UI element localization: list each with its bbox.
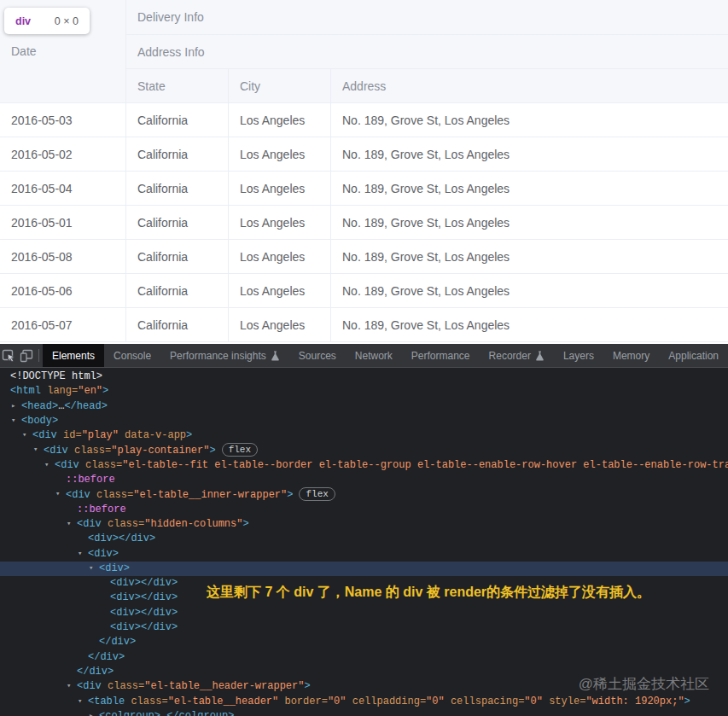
expand-arrow-icon[interactable]: ▸ [89,709,93,716]
expand-arrow-icon[interactable]: ▸ [11,399,15,414]
inspect-element-icon[interactable] [0,344,18,367]
dom-tree-line[interactable]: ▾<div class="el-table__inner-wrapper">fl… [0,487,728,502]
table-row-1-address: No. 189, Grove St, Los Angeles [331,137,728,172]
code-token: <div></div> [110,577,178,589]
table-row-4-city: Los Angeles [229,240,331,274]
dom-tree-line[interactable]: ▾<div class="hidden-columns"> [0,517,728,532]
watermark: @稀土掘金技术社区 [579,674,709,694]
table-row-6-state: California [126,308,229,342]
collapse-arrow-icon[interactable]: ▾ [78,547,82,562]
code-token: <div> [99,562,130,574]
dom-tree-line[interactable]: ▸<colgroup>…</colgroup> [0,709,728,716]
data-table: Date Delivery Info Address Info State Ci… [0,0,728,344]
code-token: "el-table__header" [168,696,279,707]
dom-tree-line[interactable]: </div> [0,635,728,649]
code-token: "el-table--fit el-table--border el-table… [122,459,728,471]
dom-tree-line[interactable]: ▾<div class="play-container">flex [0,443,728,457]
devtools-tab-performance[interactable]: Performance [402,344,480,367]
code-token: > [684,696,690,707]
code-token: </div> [88,651,125,663]
collapse-arrow-icon[interactable]: ▾ [22,428,26,443]
table-row-2-address: No. 189, Grove St, Los Angeles [331,172,728,206]
code-token: class= [102,518,144,530]
inspect-tooltip-dimensions: 0 × 0 [55,15,79,27]
dom-tree-line[interactable]: </div> [0,650,728,665]
code-token: > [186,429,192,441]
column-header-address-info: Address Info [126,35,728,69]
code-token: > [242,518,248,530]
code-token: "en" [78,385,102,397]
collapse-arrow-icon[interactable]: ▾ [55,487,60,502]
devtools-tab-elements[interactable]: Elements [43,344,104,367]
table-row-2-city: Los Angeles [229,172,331,206]
column-header-address-label: Address [342,79,386,93]
inspect-tooltip-tag: div [15,15,31,27]
table-row-4-state: California [126,240,229,274]
dom-tree-line[interactable]: <div></div> [0,620,728,635]
code-token: class= [68,445,111,457]
devtools-tab-sources[interactable]: Sources [289,344,346,367]
devtools-panel: ElementsConsolePerformance insightsSourc… [0,344,728,716]
code-token: <div [77,680,102,692]
devtools-toolbar: ElementsConsolePerformance insightsSourc… [0,344,728,368]
table-row-0-state: California [126,103,229,137]
code-token: style= [543,696,585,707]
code-token: "el-table__header-wrapper" [144,680,304,692]
devtools-tab-label: Console [114,350,151,362]
flex-badge[interactable]: flex [299,487,335,501]
dom-tree-line[interactable]: <html lang="en"> [0,384,728,399]
dom-tree-line[interactable]: ▾<table class="el-table__header" border=… [0,695,728,709]
devtools-tab-console[interactable]: Console [104,344,160,367]
code-token: class= [102,680,144,692]
collapse-arrow-icon[interactable]: ▾ [67,679,71,694]
devtools-tab-label: Sources [299,350,336,362]
dom-tree-line[interactable]: ▾<body> [0,414,728,428]
devtools-tab-label: Layers [563,350,594,362]
collapse-arrow-icon[interactable]: ▾ [33,443,38,457]
dom-tree-line[interactable]: <!DOCTYPE html> [0,370,728,384]
devtools-tab-performance-insights[interactable]: Performance insights [160,344,289,367]
table-row-2-state: California [126,172,229,206]
table-row-5-state: California [126,274,229,308]
code-token: </colgroup> [166,710,234,716]
collapse-arrow-icon[interactable]: ▾ [67,517,71,532]
dom-tree-line[interactable]: ▾<div> [0,547,728,562]
devtools-tab-network[interactable]: Network [346,344,402,367]
code-token: <div [55,459,79,471]
dom-tree-line[interactable]: ▾<div> [0,562,728,576]
collapse-arrow-icon[interactable]: ▾ [44,458,49,473]
elements-tree: <!DOCTYPE html><html lang="en">▸<head>…<… [0,368,728,716]
code-token: <div [32,429,57,441]
devtools-tab-application[interactable]: Application [659,344,728,367]
device-toolbar-icon[interactable] [18,344,36,367]
toolbar-separator [38,349,39,362]
column-header-state-label: State [137,79,166,93]
code-token: > [287,489,293,501]
code-token: "el-table__inner-wrapper" [133,489,287,501]
flex-badge[interactable]: flex [222,443,258,457]
code-token: <div></div> [88,533,155,544]
code-token: data-v-app [119,429,186,441]
dom-tree-line[interactable]: ▸<head>…</head> [0,399,728,414]
dom-tree-line[interactable]: ▾<div class="el-table--fit el-table--bor… [0,458,728,473]
dom-tree-line[interactable]: <div></div> [0,606,728,620]
column-header-delivery-info-label: Delivery Info [137,10,204,24]
devtools-tab-recorder[interactable]: Recorder [480,344,554,367]
dom-tree-line[interactable]: <div></div> [0,532,728,546]
page: Date Delivery Info Address Info State Ci… [0,0,728,716]
code-token: </div> [99,636,136,648]
collapse-arrow-icon[interactable]: ▾ [89,562,93,576]
devtools-tab-label: Application [668,350,719,362]
table-row-3-city: Los Angeles [229,206,331,240]
code-token: </head> [64,400,107,412]
table-row-5-date: 2016-05-06 [0,274,126,308]
collapse-arrow-icon[interactable]: ▾ [11,414,15,428]
dom-tree-line[interactable]: ::before [0,503,728,517]
code-token: > [209,445,215,457]
devtools-tab-memory[interactable]: Memory [603,344,659,367]
devtools-tab-layers[interactable]: Layers [554,344,603,367]
collapse-arrow-icon[interactable]: ▾ [78,695,82,709]
dom-tree-line[interactable]: ▾<div id="play" data-v-app> [0,428,728,443]
table-row-5-address: No. 189, Grove St, Los Angeles [331,274,728,308]
dom-tree-line[interactable]: ::before [0,473,728,487]
